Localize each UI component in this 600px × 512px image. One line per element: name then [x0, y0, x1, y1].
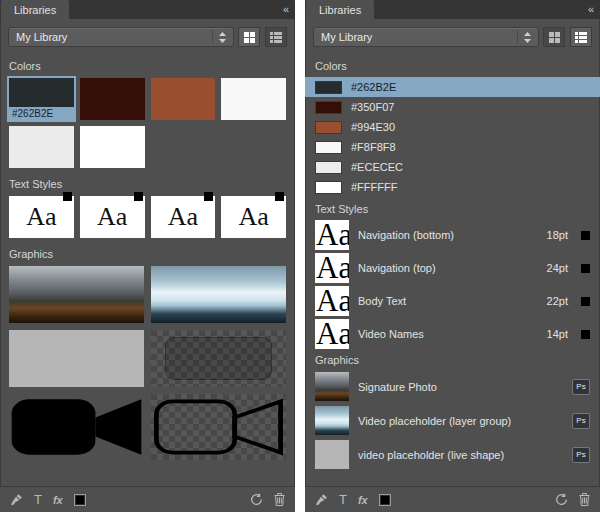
- graphic-thumb: [315, 440, 349, 469]
- color-swatch-selected[interactable]: #262B2E: [9, 78, 74, 120]
- text-style-preview: Aa: [238, 202, 268, 232]
- color-swatch-caption: #262B2E: [9, 107, 74, 120]
- text-style-size: 14pt: [547, 328, 568, 340]
- delete-icon[interactable]: [274, 493, 285, 506]
- text-style-color-chip: [581, 264, 590, 273]
- text-style-list-item[interactable]: Aa Navigation (top) 24pt: [305, 253, 600, 283]
- color-swatch[interactable]: [9, 126, 74, 168]
- dropdown-arrows-icon: [517, 30, 531, 44]
- text-style-item[interactable]: Aa: [80, 196, 145, 238]
- color-swatch[interactable]: [80, 126, 145, 168]
- graphic-name: Video placeholder (layer group): [358, 415, 563, 427]
- tab-libraries[interactable]: Libraries: [1, 0, 69, 19]
- library-header-row: My Library: [0, 19, 295, 55]
- text-style-color-chip: [581, 330, 590, 339]
- text-style-color-chip: [581, 297, 590, 306]
- graphics-list: Signature Photo Ps Video placeholder (la…: [305, 371, 600, 470]
- text-style-name: Navigation (top): [358, 262, 538, 274]
- library-select[interactable]: My Library: [313, 27, 539, 47]
- graphic-item-video-outline[interactable]: [151, 394, 286, 460]
- add-layer-style-icon[interactable]: fx: [358, 494, 368, 506]
- add-graphic-icon[interactable]: [10, 493, 23, 506]
- text-style-item[interactable]: Aa: [151, 196, 216, 238]
- color-list-item-selected[interactable]: #262B2E: [305, 77, 600, 97]
- library-select[interactable]: My Library: [8, 27, 234, 47]
- text-style-preview: Aa: [316, 253, 349, 283]
- collapse-panel-icon[interactable]: «: [276, 0, 295, 19]
- graphic-item-photo[interactable]: [151, 266, 286, 323]
- graphic-item-shape[interactable]: [9, 330, 144, 387]
- color-chip: [315, 121, 342, 134]
- text-style-name: Body Text: [358, 295, 538, 307]
- panel-tab-bar: Libraries «: [0, 0, 295, 19]
- color-list-item[interactable]: #994E30: [305, 117, 600, 137]
- section-label-text-styles: Text Styles: [305, 203, 600, 215]
- collapse-panel-icon[interactable]: «: [581, 0, 600, 19]
- section-label-graphics: Graphics: [305, 354, 600, 366]
- text-style-name: Navigation (bottom): [358, 229, 538, 241]
- color-swatch[interactable]: [151, 78, 216, 120]
- graphic-list-item[interactable]: Signature Photo Ps: [305, 371, 600, 402]
- graphic-thumb: [315, 372, 349, 401]
- photoshop-badge: Ps: [572, 413, 590, 429]
- footer-right-icons: [555, 493, 590, 506]
- color-list-item[interactable]: #ECECEC: [305, 157, 600, 177]
- color-swatch[interactable]: [221, 78, 286, 120]
- tab-libraries[interactable]: Libraries: [306, 0, 374, 19]
- sync-icon[interactable]: [555, 493, 568, 506]
- video-shape-icon: [9, 394, 144, 460]
- add-foreground-color-icon[interactable]: [379, 494, 391, 506]
- text-style-item[interactable]: Aa: [9, 196, 74, 238]
- list-view-icon: [575, 32, 587, 43]
- dropdown-arrows-icon: [212, 30, 226, 44]
- graphic-item-shape[interactable]: [151, 330, 286, 387]
- text-style-preview: Aa: [316, 286, 349, 316]
- photoshop-badge: Ps: [572, 379, 590, 395]
- text-style-size: 24pt: [547, 262, 568, 274]
- grid-view-button[interactable]: [238, 27, 260, 47]
- colors-list: #262B2E #350F07 #994E30 #F8F8F8 #ECECEC …: [305, 77, 600, 197]
- text-style-color-chip: [204, 192, 213, 201]
- libraries-panel-grid-view: Libraries « My Library Colors #262B2E: [0, 0, 295, 512]
- text-style-color-chip: [134, 192, 143, 201]
- graphic-list-item[interactable]: Video placeholder (layer group) Ps: [305, 405, 600, 436]
- graphics-grid: [9, 266, 286, 460]
- text-style-item[interactable]: Aa: [221, 196, 286, 238]
- section-label-colors: Colors: [9, 60, 286, 72]
- section-label-text-styles: Text Styles: [9, 178, 286, 190]
- graphic-item-video-shape[interactable]: [9, 394, 144, 460]
- tab-libraries-label: Libraries: [319, 4, 361, 16]
- graphic-list-item[interactable]: video placeholder (live shape) Ps: [305, 439, 600, 470]
- text-style-list-item[interactable]: Aa Body Text 22pt: [305, 286, 600, 316]
- video-outline-icon: [151, 394, 286, 460]
- graphic-thumb: [315, 406, 349, 435]
- text-style-list-item[interactable]: Aa Video Names 14pt: [305, 319, 600, 349]
- panel-tab-bar: Libraries «: [305, 0, 600, 19]
- library-content-list: Colors #262B2E #350F07 #994E30 #F8F8F8 #…: [305, 55, 600, 486]
- grid-view-button[interactable]: [543, 27, 565, 47]
- text-style-list-item[interactable]: Aa Navigation (bottom) 18pt: [305, 220, 600, 250]
- grid-view-icon: [244, 32, 255, 43]
- sync-icon[interactable]: [250, 493, 263, 506]
- add-text-style-icon[interactable]: T: [34, 493, 42, 506]
- color-hex-label: #F8F8F8: [351, 141, 396, 153]
- list-view-icon: [270, 32, 282, 43]
- color-chip: [315, 141, 342, 154]
- add-text-style-icon[interactable]: T: [339, 493, 347, 506]
- add-foreground-color-icon[interactable]: [74, 494, 86, 506]
- section-label-graphics: Graphics: [9, 248, 286, 260]
- text-style-size: 18pt: [547, 229, 568, 241]
- library-header-row: My Library: [305, 19, 600, 55]
- color-swatch[interactable]: [80, 78, 145, 120]
- color-list-item[interactable]: #F8F8F8: [305, 137, 600, 157]
- add-layer-style-icon[interactable]: fx: [53, 494, 63, 506]
- text-styles-grid: Aa Aa Aa Aa: [9, 196, 286, 238]
- delete-icon[interactable]: [579, 493, 590, 506]
- list-view-button[interactable]: [570, 27, 592, 47]
- add-graphic-icon[interactable]: [315, 493, 328, 506]
- graphic-item-photo[interactable]: [9, 266, 144, 323]
- color-chip: [315, 181, 342, 194]
- color-list-item[interactable]: #350F07: [305, 97, 600, 117]
- list-view-button[interactable]: [265, 27, 287, 47]
- color-list-item[interactable]: #FFFFFF: [305, 177, 600, 197]
